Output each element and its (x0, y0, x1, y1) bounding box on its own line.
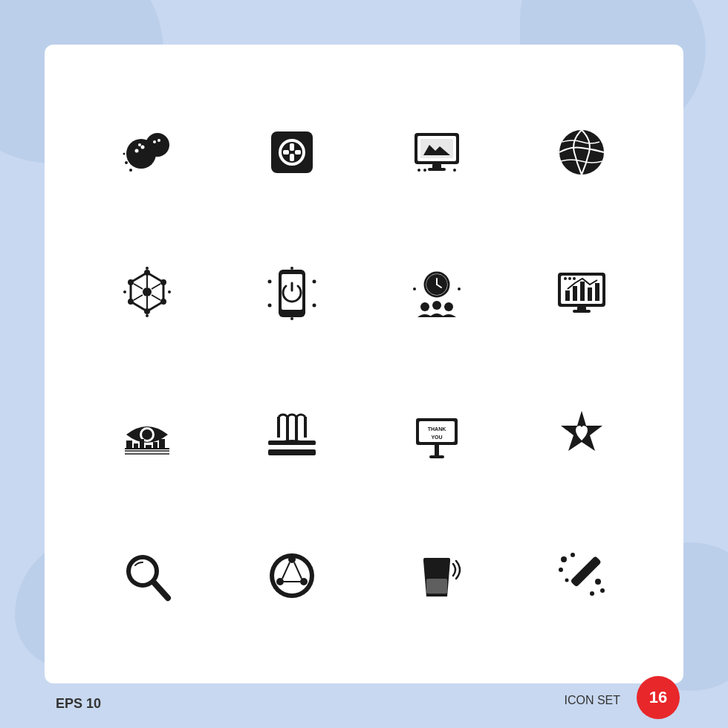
magnify-icon (110, 539, 184, 613)
svg-point-104 (300, 578, 308, 585)
svg-point-3 (140, 146, 144, 149)
svg-rect-78 (140, 439, 144, 448)
svg-point-68 (564, 277, 567, 280)
svg-line-38 (134, 295, 143, 300)
monitor-ultrasound-icon (400, 115, 474, 189)
svg-rect-66 (588, 287, 592, 301)
svg-rect-75 (125, 448, 169, 449)
eye-city-icon (110, 397, 184, 472)
power-socket-icon (255, 115, 329, 189)
svg-point-117 (565, 579, 568, 582)
share-globe-icon (255, 539, 329, 613)
svg-point-101 (274, 558, 310, 594)
svg-point-28 (144, 270, 150, 276)
svg-point-29 (160, 279, 166, 285)
svg-rect-13 (290, 143, 294, 151)
svg-rect-65 (580, 282, 585, 301)
svg-point-5 (153, 140, 156, 143)
svg-point-103 (276, 578, 284, 585)
svg-text:YOU: YOU (431, 435, 442, 440)
svg-point-25 (559, 130, 604, 175)
svg-point-57 (432, 301, 441, 310)
team-clock-icon (400, 256, 474, 331)
svg-point-1 (146, 133, 169, 157)
earth-globe-icon (545, 115, 619, 189)
svg-point-43 (146, 314, 149, 317)
eps-label: EPS 10 (56, 696, 101, 712)
icon-set-label: ICON SET (564, 694, 620, 707)
svg-point-60 (458, 287, 461, 290)
svg-point-114 (595, 579, 601, 585)
svg-point-9 (123, 153, 125, 155)
icon-count-badge: 16 (637, 676, 680, 719)
svg-rect-63 (565, 290, 570, 301)
svg-rect-14 (290, 154, 294, 161)
svg-point-74 (142, 429, 152, 440)
svg-rect-80 (153, 442, 157, 448)
svg-line-36 (152, 295, 160, 300)
svg-rect-81 (159, 439, 165, 448)
svg-rect-109 (426, 579, 447, 594)
smart-cup-icon (400, 539, 474, 613)
svg-point-116 (590, 591, 594, 596)
svg-rect-94 (435, 445, 439, 457)
svg-point-51 (290, 317, 293, 320)
svg-rect-67 (595, 283, 599, 301)
svg-rect-21 (428, 168, 446, 171)
svg-line-35 (152, 284, 160, 289)
svg-rect-79 (146, 445, 152, 448)
svg-rect-95 (429, 455, 444, 458)
svg-point-40 (123, 290, 126, 293)
svg-rect-64 (573, 286, 577, 301)
svg-point-50 (290, 267, 293, 270)
svg-point-59 (413, 287, 416, 290)
svg-rect-16 (295, 150, 301, 155)
svg-point-30 (160, 299, 166, 305)
svg-point-48 (267, 304, 271, 308)
svg-point-47 (312, 280, 316, 284)
svg-point-111 (561, 556, 567, 562)
svg-rect-45 (282, 274, 302, 310)
svg-line-39 (134, 284, 143, 289)
confetti-stick-icon (545, 539, 619, 613)
svg-point-27 (143, 287, 152, 296)
svg-point-7 (125, 161, 128, 164)
svg-line-99 (155, 583, 168, 598)
bridge-pipes-icon (255, 397, 329, 472)
svg-text:THANK: THANK (427, 426, 446, 432)
icon-grid-card: THANK YOU (45, 45, 683, 683)
svg-rect-77 (134, 443, 138, 448)
svg-point-70 (573, 277, 576, 280)
bowling-balls-icon (110, 115, 184, 189)
svg-point-8 (129, 169, 132, 172)
svg-point-22 (417, 169, 420, 172)
svg-point-102 (288, 556, 296, 563)
svg-rect-15 (283, 150, 289, 155)
svg-point-113 (559, 568, 563, 572)
svg-point-46 (267, 280, 271, 284)
svg-point-4 (138, 143, 141, 146)
svg-point-41 (168, 290, 171, 293)
svg-point-58 (444, 302, 453, 311)
svg-rect-89 (268, 449, 316, 455)
svg-point-42 (146, 267, 149, 270)
svg-point-49 (312, 304, 316, 308)
svg-point-31 (144, 308, 150, 314)
svg-rect-72 (573, 310, 591, 313)
svg-rect-19 (420, 139, 453, 158)
phone-power-icon (255, 256, 329, 331)
svg-point-2 (134, 149, 138, 153)
svg-point-23 (423, 169, 426, 172)
svg-point-24 (453, 169, 456, 172)
svg-point-112 (571, 553, 575, 557)
svg-point-56 (420, 302, 429, 311)
svg-rect-76 (126, 441, 132, 448)
monitor-chart-icon (545, 256, 619, 331)
svg-point-69 (568, 277, 571, 280)
star-heart-icon (545, 397, 619, 472)
svg-point-32 (128, 299, 134, 305)
svg-point-118 (593, 561, 597, 565)
svg-rect-108 (423, 558, 450, 562)
svg-point-6 (157, 139, 160, 142)
network-nodes-icon (110, 256, 184, 331)
